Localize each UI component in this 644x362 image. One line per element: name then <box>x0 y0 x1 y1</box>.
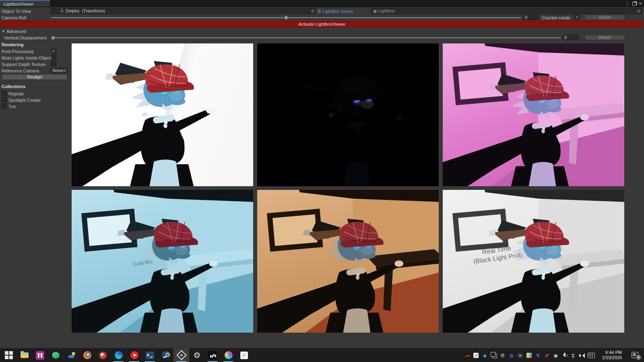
palette-tray-button[interactable] <box>525 350 533 361</box>
window-close-icon[interactable]: × <box>638 0 643 7</box>
collection-spotlight-checkbox[interactable]: ✓ <box>2 97 7 102</box>
restore-glyph <box>632 2 636 6</box>
taskbar-powershell-button[interactable] <box>142 348 158 362</box>
capture-tray-icon: ∞ <box>518 353 523 358</box>
clock-time: 6:44 PM <box>602 350 622 355</box>
lightbox-scene-render <box>72 43 253 186</box>
lightbox-scene-button[interactable]: ◎ Lightbox Scene <box>317 8 353 14</box>
notification-badge: 5 <box>636 355 641 360</box>
palette-tray-icon <box>526 353 532 358</box>
capture-tray-button[interactable]: ∞ <box>516 350 524 361</box>
post-processing-checkbox[interactable]: ✓ <box>51 48 56 53</box>
camera-roll-slider[interactable] <box>51 17 521 18</box>
rendering-header: Rendering <box>2 42 23 47</box>
taskbar-settings-button[interactable]: ⚙ <box>189 348 205 362</box>
mute-lights-checkbox[interactable]: ✓ <box>51 55 56 60</box>
taskbar-steam-button[interactable] <box>158 348 173 362</box>
taskbar-start-button[interactable] <box>1 348 17 362</box>
vertical-displacement-value: 0 <box>564 35 567 40</box>
creator-companion-icon <box>52 352 60 359</box>
scene-asset-icon: ▦ <box>373 8 377 14</box>
vertical-displacement-value-field[interactable]: 0 <box>562 35 579 40</box>
window-menu-icon[interactable]: ⋮ <box>625 0 630 7</box>
satellite-tray-button[interactable]: ◎ <box>508 350 515 361</box>
lightbox-picker-icon[interactable]: ⊙ <box>637 8 640 14</box>
copilot-tray-button[interactable]: ◆ <box>481 350 489 361</box>
lightbox-scene-render <box>443 190 624 333</box>
keyboard-tray-button[interactable] <box>587 350 595 361</box>
headset-muted-tray-button[interactable]: ∩ <box>543 350 551 361</box>
mute-lights-label: Mute Lights Inside Object <box>2 55 52 61</box>
audio-meter-tray-icon <box>464 353 470 358</box>
taskbar-capture-app-button[interactable] <box>95 348 111 362</box>
mic-tray-button[interactable] <box>561 350 568 361</box>
taskbar-unity-button[interactable] <box>173 348 189 362</box>
lightbox-scene-label: Lightbox Scene <box>323 9 353 14</box>
activate-lightboxviewer-button[interactable]: Activate LightboxViewer <box>1 21 643 27</box>
support-depth-label: Support Depth Texture <box>2 62 46 67</box>
taskbar-file-explorer-button[interactable] <box>17 348 32 362</box>
taskbar-edge-button[interactable] <box>111 348 126 362</box>
taskbar-paint-app-button[interactable] <box>32 348 48 362</box>
taskbar-creator-companion-button[interactable] <box>48 348 64 362</box>
reference-camera-value: None <box>52 68 63 73</box>
taskbar-youtube-music-button[interactable] <box>126 348 142 362</box>
vertical-displacement-reset-button[interactable]: Reset <box>584 35 625 40</box>
reference-camera-field[interactable]: None ⊙ <box>51 68 68 73</box>
taskbar-clock[interactable]: 6:44 PM 2/19/2026 <box>602 350 622 360</box>
wifi-tray-button[interactable] <box>570 350 577 361</box>
collection-spotlight-label: Spotlight Cookie <box>8 97 41 103</box>
avatar-render <box>257 72 403 186</box>
taskbar-blender-button[interactable] <box>79 348 95 362</box>
unity-icon <box>176 350 186 360</box>
vertical-displacement-handle[interactable] <box>51 36 55 40</box>
advanced-foldout-icon[interactable]: ▼ <box>2 29 5 34</box>
notification-center-button[interactable]: 5 <box>632 352 638 358</box>
object-picker-icon[interactable]: ⊙ <box>311 8 314 14</box>
collection-trio-checkbox[interactable]: ✓ <box>2 103 7 109</box>
object-field[interactable]: Delphy (Transform) ⊙ <box>51 8 316 14</box>
blender-icon <box>83 351 91 359</box>
settings-icon: ⚙ <box>194 351 201 359</box>
keyboard-tray-icon <box>588 353 595 358</box>
taskbar: ⚙ ◆⚙◎∞↯∩◉ 6:44 PM 2/19/2026 5 <box>0 348 644 362</box>
reference-camera-picker-icon[interactable]: ⊙ <box>63 68 66 73</box>
volume-tray-button[interactable] <box>578 350 586 361</box>
taskbar-audio-meter-button[interactable] <box>205 348 221 362</box>
taskbar-tray: ◆⚙◎∞↯∩◉ <box>463 348 595 362</box>
lightbox-scene-render <box>443 43 624 186</box>
camera-roll-value-field[interactable]: 0 <box>523 14 539 20</box>
device-tool-icon <box>68 352 75 359</box>
taskbar-notepad-button[interactable] <box>236 348 252 362</box>
counter-rotate-label: Counter-rotate <box>542 15 570 21</box>
advanced-header[interactable]: Advanced <box>6 29 26 34</box>
preview-panel-pink <box>443 43 624 186</box>
color-sphere-icon <box>225 351 233 359</box>
tab-lightboxviewer[interactable]: LightboxViewer <box>0 0 50 6</box>
taskbar-color-sphere-button[interactable] <box>221 348 236 362</box>
vertical-displacement-slider[interactable] <box>51 37 561 38</box>
boost-tray-button[interactable]: ↯ <box>534 350 542 361</box>
satellite-tray-icon: ◎ <box>509 353 513 358</box>
window-restore-icon[interactable] <box>632 0 637 7</box>
clipboard-tray-button[interactable] <box>490 350 497 361</box>
steam-tray-button[interactable]: ◉ <box>552 350 559 361</box>
notepad-icon <box>240 352 248 359</box>
notepad-tray-button[interactable] <box>472 350 480 361</box>
powershell-icon <box>146 352 154 359</box>
collection-regular-checkbox[interactable]: ✓ <box>2 90 7 96</box>
camera-roll-reset-button[interactable]: Reset <box>584 14 625 20</box>
audio-meter-tray-button[interactable] <box>463 350 471 361</box>
lightbox-scene-field[interactable]: ▦ Lightbox ⊙ <box>371 8 642 14</box>
taskbar-device-tool-button[interactable] <box>64 348 79 362</box>
settings-tray-button[interactable]: ⚙ <box>499 350 506 361</box>
camera-roll-handle[interactable] <box>284 16 288 20</box>
file-explorer-icon <box>21 352 29 358</box>
support-depth-checkbox[interactable]: ✓ <box>51 61 56 66</box>
counter-rotate-checkbox[interactable]: ✓ <box>574 14 580 20</box>
copilot-tray-icon: ◆ <box>483 353 487 358</box>
lightbox-scene-render <box>72 190 253 333</box>
preview-panel-coldblue: Cold Blu <box>72 190 253 333</box>
camera-roll-label: Camera Roll <box>2 15 26 21</box>
realign-button[interactable]: Realign <box>2 74 68 80</box>
